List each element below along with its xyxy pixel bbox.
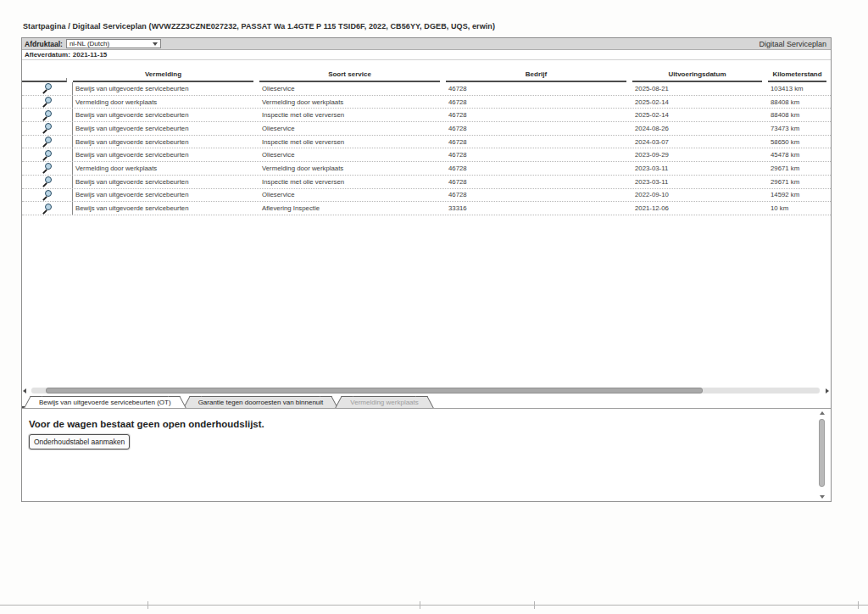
cell-bedrijf: 46728 <box>446 125 632 132</box>
delivery-date-label: Afleverdatum: <box>25 51 70 59</box>
cell-uitvoeringsdatum: 2022-09-10 <box>632 191 768 198</box>
magnifier-icon[interactable] <box>42 97 53 107</box>
cell-soort-service: Inspectie met olie verversen <box>259 111 446 119</box>
create-maintenance-table-button[interactable]: Onderhoudstabel aanmaken <box>29 434 130 449</box>
print-language-select[interactable]: nl-NL (Dutch) <box>66 39 161 48</box>
cell-soort-service: Olieservice <box>259 125 446 132</box>
table-empty-area <box>22 215 831 387</box>
cell-kilometerstand: 88408 km <box>768 111 832 119</box>
table-row: Bewijs van uitgevoerde servicebeurten Ol… <box>22 189 831 203</box>
cell-kilometerstand: 45478 km <box>768 151 832 159</box>
cell-bedrijf: 46728 <box>446 111 632 119</box>
cell-uitvoeringsdatum: 2025-02-14 <box>632 98 768 106</box>
column-header-bedrijf: Bedrijf <box>446 70 626 82</box>
cell-uitvoeringsdatum: 2024-08-26 <box>632 125 768 132</box>
cell-uitvoeringsdatum: 2023-03-11 <box>632 178 768 186</box>
magnifier-icon[interactable] <box>42 150 53 160</box>
horizontal-scrollbar[interactable] <box>22 387 831 395</box>
magnifier-icon[interactable] <box>42 163 53 173</box>
scan-artifact-line <box>0 605 868 606</box>
cell-soort-service: Vermelding door werkplaats <box>259 165 446 172</box>
toolbar: Afdruktaal: nl-NL (Dutch) Digitaal Servi… <box>22 38 831 50</box>
cell-soort-service: Olieservice <box>259 85 446 92</box>
delivery-date-row: Afleverdatum: 2021-11-15 <box>22 50 831 60</box>
vertical-scrollbar-thumb[interactable] <box>819 419 825 487</box>
cell-kilometerstand: 58650 km <box>768 138 832 146</box>
cell-bedrijf: 46728 <box>446 191 632 198</box>
print-language-value: nl-NL (Dutch) <box>70 40 109 47</box>
table-row: Vermelding door werkplaats Vermelding do… <box>22 162 831 176</box>
tab-strip: Bewijs van uitgevoerde servicebeurten (O… <box>22 395 831 408</box>
delivery-date-value: 2021-11-15 <box>73 51 107 59</box>
cell-kilometerstand: 29671 km <box>768 178 832 186</box>
cell-soort-service: Vermelding door werkplaats <box>259 98 446 106</box>
chevron-down-icon <box>153 42 158 46</box>
table-row: Bewijs van uitgevoerde servicebeurten In… <box>22 109 831 122</box>
scroll-right-icon[interactable] <box>826 388 829 394</box>
magnifier-icon[interactable] <box>42 110 53 120</box>
cell-bedrijf: 46728 <box>446 98 632 106</box>
cell-kilometerstand: 103413 km <box>768 85 832 92</box>
cell-vermelding: Bewijs van uitgevoerde servicebeurten <box>73 204 259 212</box>
cell-bedrijf: 33316 <box>446 204 632 212</box>
cell-vermelding: Bewijs van uitgevoerde servicebeurten <box>73 85 259 92</box>
column-header-kilometerstand: Kilometerstand <box>768 70 826 82</box>
cell-uitvoeringsdatum: 2024-03-07 <box>632 138 768 146</box>
cell-vermelding: Bewijs van uitgevoerde servicebeurten <box>73 125 259 132</box>
cell-kilometerstand: 73473 km <box>768 125 832 132</box>
cell-bedrijf: 46728 <box>446 85 632 92</box>
column-header-vermelding: Vermelding <box>73 70 253 82</box>
table-row: Bewijs van uitgevoerde servicebeurten In… <box>22 176 831 189</box>
scan-artifact-tick <box>858 601 859 609</box>
column-header-uitvoeringsdatum: Uitvoeringsdatum <box>632 70 762 82</box>
tab-bewijs-servicebeurten[interactable]: Bewijs van uitgevoerde servicebeurten (O… <box>32 396 178 408</box>
cell-kilometerstand: 14592 km <box>768 191 832 198</box>
cell-uitvoeringsdatum: 2023-03-11 <box>632 165 768 172</box>
cell-kilometerstand: 10 km <box>768 204 832 212</box>
cell-kilometerstand: 29671 km <box>768 165 832 172</box>
cell-vermelding: Bewijs van uitgevoerde servicebeurten <box>73 138 259 146</box>
cell-uitvoeringsdatum: 2025-02-14 <box>632 111 768 119</box>
scroll-left-icon[interactable] <box>23 388 26 394</box>
scroll-up-icon[interactable] <box>820 411 825 415</box>
no-open-maintenance-message: Voor de wagen bestaat geen open onderhou… <box>29 419 264 429</box>
table-header: Vermelding Soort service Bedrijf Uitvoer… <box>22 60 831 82</box>
tab-garantie-doorroesten[interactable]: Garantie tegen doorroesten van binnenuit <box>192 396 331 408</box>
scan-artifact-tick <box>534 601 535 609</box>
cell-bedrijf: 46728 <box>446 178 632 186</box>
table-row: Bewijs van uitgevoerde servicebeurten In… <box>22 136 831 149</box>
magnifier-icon[interactable] <box>42 83 53 93</box>
cell-bedrijf: 46728 <box>446 138 632 146</box>
scroll-down-icon[interactable] <box>820 495 825 499</box>
scan-artifact-tick <box>147 601 148 609</box>
magnifier-icon[interactable] <box>42 137 53 147</box>
magnifier-icon[interactable] <box>42 204 53 214</box>
cell-soort-service: Inspectie met olie verversen <box>259 178 446 186</box>
cell-uitvoeringsdatum: 2021-12-06 <box>632 204 768 212</box>
tab-vermelding-werkplaats: Vermelding werkplaats <box>343 396 425 408</box>
cell-soort-service: Inspectie met olie verversen <box>259 138 446 146</box>
horizontal-scrollbar-thumb[interactable] <box>46 388 703 394</box>
cell-soort-service: Olieservice <box>259 191 446 198</box>
cell-uitvoeringsdatum: 2025-08-21 <box>632 85 768 92</box>
serviceplan-page: Startpagina / Digitaal Serviceplan (WVWZ… <box>0 0 868 614</box>
maintenance-panel: Voor de wagen bestaat geen open onderhou… <box>22 408 831 501</box>
table-row: Bewijs van uitgevoerde servicebeurten Ol… <box>22 122 831 136</box>
cell-vermelding: Bewijs van uitgevoerde servicebeurten <box>73 151 259 159</box>
vertical-scrollbar[interactable] <box>818 411 826 499</box>
cell-soort-service: Aflevering Inspectie <box>259 204 446 212</box>
magnifier-icon[interactable] <box>42 123 53 133</box>
cell-bedrijf: 46728 <box>446 151 632 159</box>
table-row: Bewijs van uitgevoerde servicebeurten Ol… <box>22 82 831 96</box>
table-row: Vermelding door werkplaats Vermelding do… <box>22 96 831 109</box>
cell-vermelding: Vermelding door werkplaats <box>73 165 259 172</box>
cell-uitvoeringsdatum: 2023-09-29 <box>632 151 768 159</box>
cell-vermelding: Bewijs van uitgevoerde servicebeurten <box>73 111 259 119</box>
cell-bedrijf: 46728 <box>446 165 632 172</box>
breadcrumb[interactable]: Startpagina / Digitaal Serviceplan (WVWZ… <box>23 22 495 31</box>
page-title: Digitaal Serviceplan <box>759 40 828 48</box>
column-header-soort-service: Soort service <box>259 70 440 82</box>
magnifier-icon[interactable] <box>42 190 53 200</box>
cell-vermelding: Bewijs van uitgevoerde servicebeurten <box>73 178 259 186</box>
magnifier-icon[interactable] <box>42 176 53 187</box>
